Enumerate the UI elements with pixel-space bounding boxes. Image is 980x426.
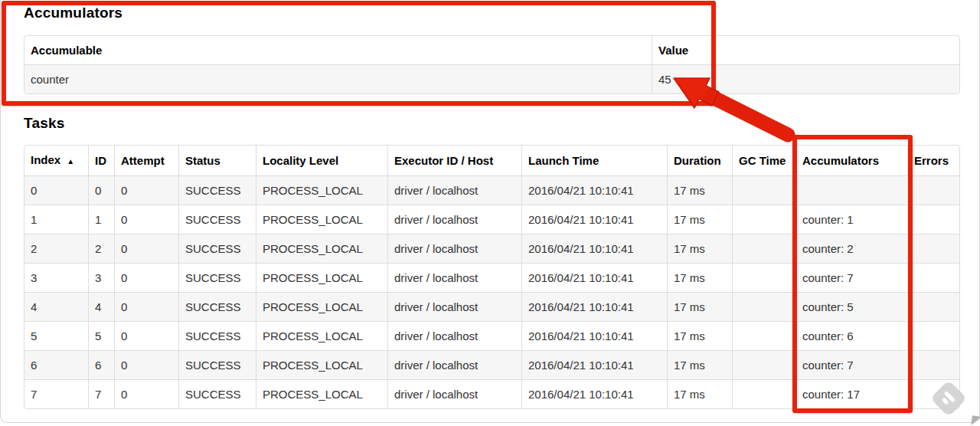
column-header-duration[interactable]: Duration — [668, 146, 733, 176]
task-cell-executor-id-host: driver / localhost — [388, 351, 522, 380]
task-cell-index: 1 — [24, 205, 89, 234]
task-cell-launch-time: 2016/04/21 10:10:41 — [522, 380, 668, 408]
task-cell-id: 6 — [89, 351, 115, 380]
task-cell-attempt: 0 — [115, 264, 179, 293]
task-cell-attempt: 0 — [115, 205, 179, 234]
accumulators-table-header-row: Accumulable Value — [24, 36, 960, 65]
column-header-accumulators[interactable]: Accumulators — [796, 146, 908, 176]
task-cell-gc-time — [733, 264, 796, 293]
task-cell-index: 2 — [24, 234, 89, 264]
task-cell-duration: 17 ms — [668, 322, 733, 351]
task-row: 330SUCCESSPROCESS_LOCALdriver / localhos… — [24, 264, 960, 293]
task-row: 110SUCCESSPROCESS_LOCALdriver / localhos… — [24, 205, 960, 234]
column-header-accumulable: Accumulable — [24, 36, 652, 65]
task-cell-attempt: 0 — [115, 351, 179, 380]
column-header-attempt[interactable]: Attempt — [115, 146, 179, 176]
task-cell-errors — [908, 293, 960, 322]
column-header-errors[interactable]: Errors — [908, 146, 960, 176]
task-cell-locality-level: PROCESS_LOCAL — [256, 322, 388, 351]
task-cell-index: 5 — [24, 322, 89, 351]
task-cell-id: 3 — [89, 264, 115, 293]
task-cell-attempt: 0 — [115, 176, 179, 205]
task-cell-attempt: 0 — [115, 234, 179, 264]
task-cell-id: 1 — [89, 205, 115, 234]
task-cell-executor-id-host: driver / localhost — [388, 205, 522, 234]
task-row: 770SUCCESSPROCESS_LOCALdriver / localhos… — [24, 380, 960, 408]
accumulator-row: counter 45 — [24, 65, 960, 93]
task-cell-status: SUCCESS — [179, 234, 256, 264]
task-cell-duration: 17 ms — [668, 351, 733, 380]
task-cell-gc-time — [733, 176, 796, 205]
task-cell-gc-time — [733, 351, 796, 380]
task-row: 550SUCCESSPROCESS_LOCALdriver / localhos… — [24, 322, 960, 351]
accumulable-value-cell: 45 — [652, 65, 960, 93]
task-row: 440SUCCESSPROCESS_LOCALdriver / localhos… — [24, 293, 960, 322]
task-cell-status: SUCCESS — [179, 176, 256, 205]
task-cell-duration: 17 ms — [668, 234, 733, 264]
task-cell-gc-time — [733, 205, 796, 234]
task-cell-index: 3 — [24, 264, 89, 293]
task-cell-index: 4 — [24, 293, 89, 322]
accumulable-name-cell: counter — [24, 65, 652, 93]
task-cell-launch-time: 2016/04/21 10:10:41 — [522, 351, 668, 380]
tasks-table-body: 000SUCCESSPROCESS_LOCALdriver / localhos… — [24, 176, 960, 408]
task-cell-status: SUCCESS — [179, 380, 256, 408]
task-cell-executor-id-host: driver / localhost — [388, 293, 522, 322]
task-cell-errors — [908, 264, 960, 293]
task-cell-duration: 17 ms — [668, 264, 733, 293]
column-header-value: Value — [652, 36, 960, 65]
sort-ascending-icon: ▲ — [67, 157, 74, 165]
task-cell-accumulators: counter: 1 — [796, 205, 908, 234]
task-cell-gc-time — [733, 293, 796, 322]
task-cell-duration: 17 ms — [668, 176, 733, 205]
task-cell-accumulators: counter: 6 — [796, 322, 908, 351]
task-cell-accumulators: counter: 2 — [796, 234, 908, 264]
column-header-id[interactable]: ID — [89, 146, 115, 176]
task-cell-launch-time: 2016/04/21 10:10:41 — [522, 322, 668, 351]
task-cell-launch-time: 2016/04/21 10:10:41 — [522, 176, 668, 205]
task-cell-locality-level: PROCESS_LOCAL — [256, 234, 388, 264]
task-cell-executor-id-host: driver / localhost — [388, 176, 522, 205]
task-cell-accumulators: counter: 17 — [796, 380, 908, 408]
browser-page: Accumulators Accumulable Value counter 4… — [0, 0, 980, 423]
task-cell-status: SUCCESS — [179, 322, 256, 351]
column-header-executor-id-host[interactable]: Executor ID / Host — [388, 146, 522, 176]
task-cell-duration: 17 ms — [668, 293, 733, 322]
task-row: 000SUCCESSPROCESS_LOCALdriver / localhos… — [24, 176, 960, 205]
accumulators-table: Accumulable Value counter 45 — [24, 35, 960, 94]
task-cell-errors — [908, 176, 960, 205]
task-cell-executor-id-host: driver / localhost — [388, 380, 522, 408]
task-cell-locality-level: PROCESS_LOCAL — [256, 205, 388, 234]
task-cell-locality-level: PROCESS_LOCAL — [256, 264, 388, 293]
task-cell-locality-level: PROCESS_LOCAL — [256, 293, 388, 322]
task-cell-status: SUCCESS — [179, 293, 256, 322]
task-cell-index: 6 — [24, 351, 89, 380]
task-cell-locality-level: PROCESS_LOCAL — [256, 351, 388, 380]
column-header-index[interactable]: Index▲ — [24, 146, 89, 176]
task-cell-duration: 17 ms — [668, 205, 733, 234]
task-cell-executor-id-host: driver / localhost — [388, 322, 522, 351]
task-cell-attempt: 0 — [115, 380, 179, 408]
task-cell-gc-time — [733, 322, 796, 351]
tasks-table-header-row: Index▲ ID Attempt Status Locality Level … — [24, 146, 960, 176]
task-cell-attempt: 0 — [115, 322, 179, 351]
column-header-status[interactable]: Status — [179, 146, 256, 176]
task-cell-index: 7 — [24, 380, 89, 408]
task-cell-id: 0 — [89, 176, 115, 205]
task-cell-executor-id-host: driver / localhost — [388, 264, 522, 293]
task-cell-errors — [908, 322, 960, 351]
column-header-locality-level[interactable]: Locality Level — [256, 146, 388, 176]
task-cell-accumulators: counter: 5 — [796, 293, 908, 322]
task-cell-index: 0 — [24, 176, 89, 205]
tasks-section-heading: Tasks — [24, 115, 64, 132]
column-header-gc-time[interactable]: GC Time — [733, 146, 796, 176]
task-cell-locality-level: PROCESS_LOCAL — [256, 380, 388, 408]
cursor-artifact — [971, 415, 980, 426]
task-cell-errors — [908, 351, 960, 380]
accumulators-section-heading: Accumulators — [24, 5, 122, 21]
task-cell-id: 5 — [89, 322, 115, 351]
task-cell-launch-time: 2016/04/21 10:10:41 — [522, 205, 668, 234]
column-header-launch-time[interactable]: Launch Time — [522, 146, 668, 176]
task-cell-attempt: 0 — [115, 293, 179, 322]
task-cell-errors — [908, 234, 960, 264]
